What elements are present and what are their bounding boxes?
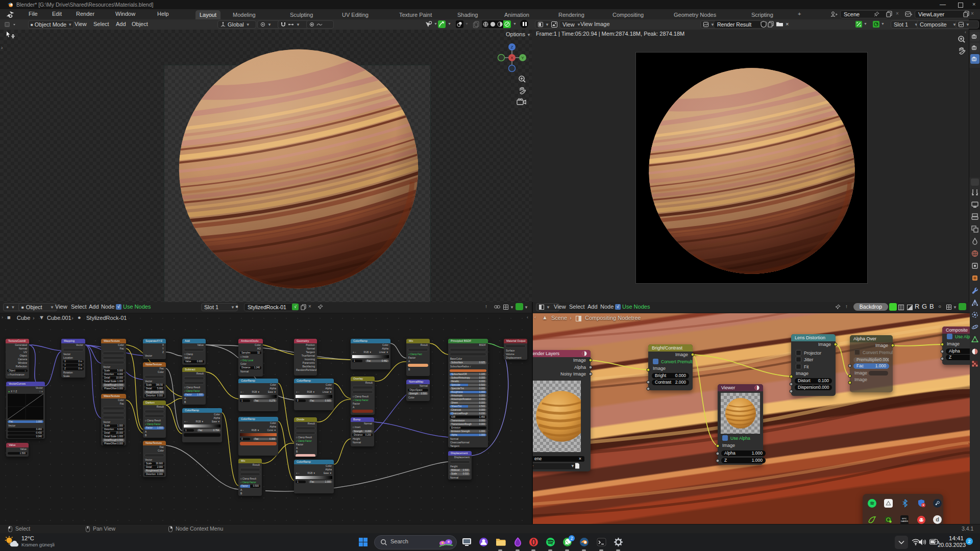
- svg-text:Y: Y: [521, 56, 524, 60]
- svg-text:X: X: [510, 56, 513, 60]
- svg-text:Z: Z: [511, 45, 513, 49]
